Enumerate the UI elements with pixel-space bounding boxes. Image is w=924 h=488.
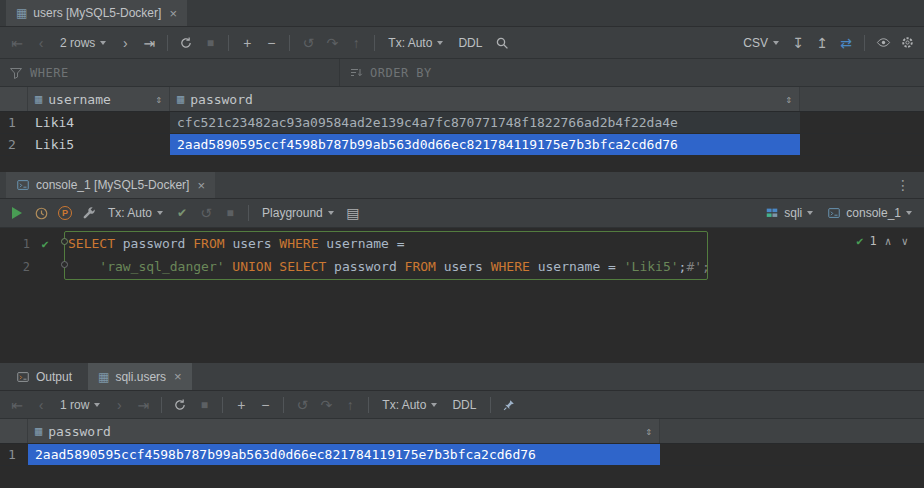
in-editor-results-button[interactable]: ▤ xyxy=(342,202,364,224)
exec-count: 1 xyxy=(870,234,877,248)
cell-password-selected[interactable]: 2aad5890595ccf4598b787b99ab563d0d66ec821… xyxy=(28,444,660,465)
submit-changes-button[interactable]: ↑ xyxy=(339,394,361,416)
export-data-button[interactable]: ↧ xyxy=(787,32,809,54)
more-options-button[interactable]: ⋮ xyxy=(890,177,916,193)
sql-token: UNION SELECT xyxy=(225,259,327,274)
add-row-button[interactable]: + xyxy=(230,394,252,416)
tx-mode-dropdown[interactable]: Tx: Auto xyxy=(382,34,449,52)
tab-label: users [MySQL5-Docker] xyxy=(33,6,161,20)
query-history-button[interactable] xyxy=(30,202,52,224)
close-icon[interactable]: × xyxy=(174,369,182,384)
cell-password[interactable]: cfc521c23482ac93a09584ad2e139c4a7fc87077… xyxy=(170,112,800,133)
close-icon[interactable]: × xyxy=(169,6,177,21)
commit-button[interactable]: ✔ xyxy=(171,202,193,224)
sql-code: SELECT password FROM users WHERE usernam… xyxy=(60,236,405,251)
revert-changes-button[interactable]: ↺ xyxy=(297,32,319,54)
console-toolbar: P Tx: Auto ✔ ↺ ■ Playground ▤ sqli conso… xyxy=(0,199,924,228)
column-label: password xyxy=(48,424,111,439)
line-number: 1 xyxy=(0,237,30,251)
page-size-dropdown[interactable]: 2 rows xyxy=(54,34,112,52)
first-page-button[interactable]: ⇤ xyxy=(6,394,28,416)
first-page-button[interactable]: ⇤ xyxy=(6,32,28,54)
ddl-button[interactable]: DDL xyxy=(451,34,489,52)
last-page-button[interactable]: ⇥ xyxy=(138,32,160,54)
reload-data-button[interactable] xyxy=(169,394,191,416)
tab-label: sqli.users xyxy=(115,370,166,384)
chevron-down-icon xyxy=(94,403,100,407)
console-settings-button[interactable] xyxy=(78,202,100,224)
delete-row-button[interactable]: − xyxy=(254,394,276,416)
next-page-button[interactable]: › xyxy=(108,394,130,416)
previous-page-button[interactable]: ‹ xyxy=(30,32,52,54)
find-button[interactable] xyxy=(491,32,513,54)
sql-editor[interactable]: 1 ✔ SELECT password FROM users WHERE use… xyxy=(0,228,924,363)
column-header-username[interactable]: ▦ username ⇕ xyxy=(28,87,170,111)
playground-mode-dropdown[interactable]: Playground xyxy=(256,204,340,222)
cell-username[interactable]: Liki5 xyxy=(28,134,170,155)
sql-token: 'raw_sql_danger' xyxy=(99,259,224,274)
redo-changes-button[interactable]: ↷ xyxy=(321,32,343,54)
column-header-password[interactable]: ▦ password ⇕ xyxy=(28,419,660,443)
last-page-button[interactable]: ⇥ xyxy=(132,394,154,416)
sort-toggle-icon[interactable]: ⇕ xyxy=(645,425,652,438)
cell-username[interactable]: Liki4 xyxy=(28,112,170,133)
page-size-dropdown[interactable]: 1 row xyxy=(54,396,106,414)
grid-toolbar: ⇤ ‹ 2 rows › ⇥ ■ + − ↺ ↷ ↑ Tx: Auto DDL xyxy=(0,27,924,59)
previous-page-button[interactable]: ‹ xyxy=(30,394,52,416)
settings-button[interactable] xyxy=(896,32,918,54)
execute-button[interactable] xyxy=(6,202,28,224)
tab-console[interactable]: console_1 [MySQL5-Docker] × xyxy=(6,172,215,198)
stop-console-button[interactable]: ■ xyxy=(219,202,241,224)
row-number-header xyxy=(0,87,28,111)
compare-data-button[interactable]: ⇄ xyxy=(835,32,857,54)
sort-toggle-icon[interactable]: ⇕ xyxy=(155,93,162,106)
add-row-button[interactable]: + xyxy=(236,32,258,54)
export-format-dropdown[interactable]: CSV xyxy=(737,34,785,52)
schema-selector-dropdown[interactable]: sqli xyxy=(759,204,819,222)
sql-token: password xyxy=(326,259,404,274)
submit-changes-button[interactable]: ↑ xyxy=(345,32,367,54)
view-options-button[interactable] xyxy=(872,32,894,54)
console-value: console_1 xyxy=(846,206,901,220)
result-grid-header: ▦ password ⇕ xyxy=(0,419,924,444)
close-icon[interactable]: × xyxy=(197,178,205,193)
view-parameters-button[interactable]: P xyxy=(54,202,76,224)
cell-password-selected[interactable]: 2aad5890595ccf4598b787b99ab563d0d66ec821… xyxy=(170,134,800,155)
page-size-value: 2 rows xyxy=(60,36,95,50)
sort-toggle-icon[interactable]: ⇕ xyxy=(785,93,792,106)
next-page-button[interactable]: › xyxy=(114,32,136,54)
revert-changes-button[interactable]: ↺ xyxy=(291,394,313,416)
where-filter-input[interactable]: WHERE xyxy=(0,59,340,86)
toolbar-separator xyxy=(222,397,223,413)
chevron-down-icon xyxy=(328,211,334,215)
gear-icon xyxy=(900,35,915,50)
refresh-icon xyxy=(173,398,187,412)
tx-mode-dropdown[interactable]: Tx: Auto xyxy=(376,396,443,414)
console-tx-mode-dropdown[interactable]: Tx: Auto xyxy=(102,204,169,222)
reload-data-button[interactable] xyxy=(175,32,197,54)
success-check-icon: ✔ xyxy=(856,234,863,248)
chevron-down-icon xyxy=(807,211,813,215)
rollback-button[interactable]: ↺ xyxy=(195,202,217,224)
pin-tab-button[interactable] xyxy=(498,394,520,416)
stop-query-button[interactable]: ■ xyxy=(199,32,221,54)
redo-changes-button[interactable]: ↷ xyxy=(315,394,337,416)
tab-output[interactable]: Output xyxy=(6,363,82,390)
column-header-password[interactable]: ▦ password ⇕ xyxy=(170,87,800,111)
sql-line[interactable]: 2 'raw_sql_danger' UNION SELECT password… xyxy=(0,255,924,278)
statement-exec-widget: ✔ 1 ∧ ∨ xyxy=(856,234,910,248)
stop-query-button[interactable]: ■ xyxy=(193,394,215,416)
chevron-down-icon xyxy=(437,41,443,45)
tab-users-grid[interactable]: ▦ users [MySQL5-Docker] × xyxy=(6,0,187,26)
search-icon xyxy=(495,36,509,50)
order-by-input[interactable]: ORDER BY xyxy=(340,59,924,86)
previous-result-button[interactable]: ∧ xyxy=(883,235,894,248)
sql-token: FROM xyxy=(405,259,436,274)
tab-result-sqli-users[interactable]: ▦ sqli.users × xyxy=(88,363,192,390)
delete-row-button[interactable]: − xyxy=(260,32,282,54)
ddl-button[interactable]: DDL xyxy=(445,396,483,414)
import-data-button[interactable]: ↥ xyxy=(811,32,833,54)
sql-line[interactable]: 1 ✔ SELECT password FROM users WHERE use… xyxy=(0,232,924,255)
next-result-button[interactable]: ∨ xyxy=(899,235,910,248)
console-selector-dropdown[interactable]: console_1 xyxy=(821,204,918,222)
